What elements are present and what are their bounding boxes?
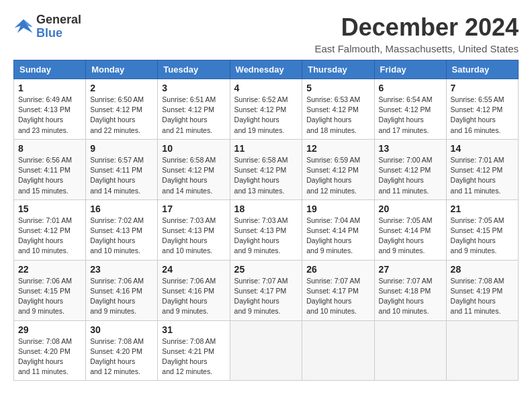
table-row: 30 Sunrise: 7:08 AM Sunset: 4:20 PM Dayl… xyxy=(86,320,158,381)
col-monday: Monday xyxy=(86,60,158,79)
col-friday: Friday xyxy=(374,60,446,79)
table-row: 9 Sunrise: 6:57 AM Sunset: 4:11 PM Dayli… xyxy=(86,139,158,199)
title-area: December 2024 East Falmouth, Massachuset… xyxy=(315,13,519,54)
calendar-week-row: 15 Sunrise: 7:01 AM Sunset: 4:12 PM Dayl… xyxy=(14,199,519,260)
table-row xyxy=(446,320,518,381)
calendar-week-row: 1 Sunrise: 6:49 AM Sunset: 4:13 PM Dayli… xyxy=(14,79,519,140)
table-row: 12 Sunrise: 6:59 AM Sunset: 4:12 PM Dayl… xyxy=(302,139,374,199)
table-row: 2 Sunrise: 6:50 AM Sunset: 4:12 PM Dayli… xyxy=(86,79,158,140)
col-saturday: Saturday xyxy=(446,60,518,79)
table-row xyxy=(230,320,302,381)
table-row: 4 Sunrise: 6:52 AM Sunset: 4:12 PM Dayli… xyxy=(230,79,302,140)
table-row xyxy=(302,320,374,381)
header: General Blue December 2024 East Falmouth… xyxy=(13,13,519,54)
table-row: 16 Sunrise: 7:02 AM Sunset: 4:13 PM Dayl… xyxy=(86,199,158,260)
table-row: 22 Sunrise: 7:06 AM Sunset: 4:15 PM Dayl… xyxy=(14,260,86,320)
table-row: 1 Sunrise: 6:49 AM Sunset: 4:13 PM Dayli… xyxy=(14,79,86,140)
table-row: 6 Sunrise: 6:54 AM Sunset: 4:12 PM Dayli… xyxy=(374,79,446,140)
table-row: 15 Sunrise: 7:01 AM Sunset: 4:12 PM Dayl… xyxy=(14,199,86,260)
logo: General Blue xyxy=(13,13,81,40)
table-row: 24 Sunrise: 7:06 AM Sunset: 4:16 PM Dayl… xyxy=(158,260,230,320)
table-row: 10 Sunrise: 6:58 AM Sunset: 4:12 PM Dayl… xyxy=(158,139,230,199)
calendar-header-row: Sunday Monday Tuesday Wednesday Thursday… xyxy=(14,60,519,79)
table-row: 31 Sunrise: 7:08 AM Sunset: 4:21 PM Dayl… xyxy=(158,320,230,381)
col-wednesday: Wednesday xyxy=(230,60,302,79)
table-row: 7 Sunrise: 6:55 AM Sunset: 4:12 PM Dayli… xyxy=(446,79,518,140)
location: East Falmouth, Massachusetts, United Sta… xyxy=(315,43,519,54)
table-row: 26 Sunrise: 7:07 AM Sunset: 4:17 PM Dayl… xyxy=(302,260,374,320)
col-thursday: Thursday xyxy=(302,60,374,79)
table-row: 17 Sunrise: 7:03 AM Sunset: 4:13 PM Dayl… xyxy=(158,199,230,260)
table-row: 20 Sunrise: 7:05 AM Sunset: 4:14 PM Dayl… xyxy=(374,199,446,260)
table-row: 11 Sunrise: 6:58 AM Sunset: 4:12 PM Dayl… xyxy=(230,139,302,199)
month-title: December 2024 xyxy=(315,13,519,42)
col-sunday: Sunday xyxy=(14,60,86,79)
logo-text: General Blue xyxy=(36,13,81,40)
table-row: 8 Sunrise: 6:56 AM Sunset: 4:11 PM Dayli… xyxy=(14,139,86,199)
table-row: 21 Sunrise: 7:05 AM Sunset: 4:15 PM Dayl… xyxy=(446,199,518,260)
table-row: 27 Sunrise: 7:07 AM Sunset: 4:18 PM Dayl… xyxy=(374,260,446,320)
table-row: 28 Sunrise: 7:08 AM Sunset: 4:19 PM Dayl… xyxy=(446,260,518,320)
table-row: 19 Sunrise: 7:04 AM Sunset: 4:14 PM Dayl… xyxy=(302,199,374,260)
col-tuesday: Tuesday xyxy=(158,60,230,79)
calendar-week-row: 22 Sunrise: 7:06 AM Sunset: 4:15 PM Dayl… xyxy=(14,260,519,320)
table-row: 18 Sunrise: 7:03 AM Sunset: 4:13 PM Dayl… xyxy=(230,199,302,260)
table-row: 25 Sunrise: 7:07 AM Sunset: 4:17 PM Dayl… xyxy=(230,260,302,320)
table-row: 29 Sunrise: 7:08 AM Sunset: 4:20 PM Dayl… xyxy=(14,320,86,381)
calendar-week-row: 8 Sunrise: 6:56 AM Sunset: 4:11 PM Dayli… xyxy=(14,139,519,199)
table-row: 14 Sunrise: 7:01 AM Sunset: 4:12 PM Dayl… xyxy=(446,139,518,199)
logo-bird-icon xyxy=(13,17,34,37)
table-row: 3 Sunrise: 6:51 AM Sunset: 4:12 PM Dayli… xyxy=(158,79,230,140)
table-row xyxy=(374,320,446,381)
table-row: 5 Sunrise: 6:53 AM Sunset: 4:12 PM Dayli… xyxy=(302,79,374,140)
calendar-table: Sunday Monday Tuesday Wednesday Thursday… xyxy=(13,60,519,381)
calendar-week-row: 29 Sunrise: 7:08 AM Sunset: 4:20 PM Dayl… xyxy=(14,320,519,381)
table-row: 23 Sunrise: 7:06 AM Sunset: 4:16 PM Dayl… xyxy=(86,260,158,320)
table-row: 13 Sunrise: 7:00 AM Sunset: 4:12 PM Dayl… xyxy=(374,139,446,199)
